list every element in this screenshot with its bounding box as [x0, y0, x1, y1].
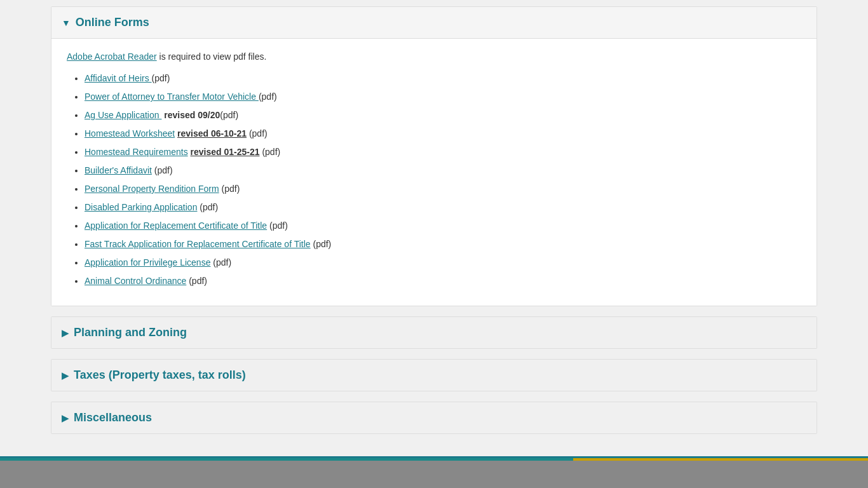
- privilege-license-suffix: (pdf): [210, 257, 231, 268]
- ag-use-revised: revised 09/20: [164, 110, 220, 120]
- taxes-arrow: ▶: [62, 370, 69, 381]
- planning-zoning-header[interactable]: ▶ Planning and Zoning: [51, 317, 817, 348]
- miscellaneous-section: ▶ Miscellaneous: [51, 402, 817, 434]
- list-item: Application for Replacement Certificate …: [85, 219, 801, 233]
- homestead-requirements-suffix: (pdf): [262, 147, 280, 157]
- fast-track-suffix: (pdf): [311, 239, 332, 249]
- list-item: Affidavit of Heirs (pdf): [85, 72, 801, 85]
- list-item: Personal Property Rendition Form (pdf): [85, 182, 801, 196]
- homestead-worksheet-link[interactable]: Homestead Worksheet: [85, 128, 175, 139]
- list-item: Power of Attorney to Transfer Motor Vehi…: [85, 90, 801, 104]
- disabled-parking-suffix: (pdf): [197, 202, 218, 212]
- footer-color-bar: [0, 458, 868, 461]
- forms-list: Affidavit of Heirs (pdf) Power of Attorn…: [67, 72, 801, 288]
- footer-bar: [0, 456, 868, 488]
- online-forms-header[interactable]: ▼ Online Forms: [51, 7, 817, 39]
- ag-use-suffix: (pdf): [220, 110, 238, 120]
- privilege-license-link[interactable]: Application for Privilege License: [85, 257, 210, 268]
- affidavit-heirs-link[interactable]: Affidavit of Heirs: [85, 73, 152, 83]
- ag-use-link[interactable]: Ag Use Application: [85, 110, 161, 120]
- power-attorney-link[interactable]: Power of Attorney to Transfer Motor Vehi…: [85, 92, 259, 102]
- homestead-worksheet-revised: revised 06-10-21: [177, 128, 247, 139]
- homestead-requirements-link[interactable]: Homestead Requirements: [85, 147, 188, 157]
- homestead-worksheet-suffix: (pdf): [249, 128, 268, 139]
- planning-zoning-arrow: ▶: [62, 328, 69, 338]
- replacement-cert-link[interactable]: Application for Replacement Certificate …: [85, 220, 267, 231]
- miscellaneous-arrow: ▶: [62, 413, 69, 423]
- page-wrapper: ▼ Online Forms Adobe Acrobat Reader is r…: [0, 0, 868, 488]
- content-area: ▼ Online Forms Adobe Acrobat Reader is r…: [51, 0, 817, 434]
- personal-property-link[interactable]: Personal Property Rendition Form: [85, 184, 219, 194]
- list-item: Ag Use Application revised 09/20(pdf): [85, 109, 801, 122]
- replacement-cert-suffix: (pdf): [267, 220, 288, 231]
- builders-affidavit-link[interactable]: Builder's Affidavit: [85, 165, 152, 175]
- miscellaneous-title: Miscellaneous: [74, 411, 152, 424]
- fast-track-link[interactable]: Fast Track Application for Replacement C…: [85, 239, 311, 249]
- homestead-requirements-revised: revised 01-25-21: [191, 147, 260, 157]
- online-forms-body: Adobe Acrobat Reader is required to view…: [51, 39, 817, 306]
- list-item: Application for Privilege License (pdf): [85, 256, 801, 269]
- animal-control-suffix: (pdf): [186, 276, 207, 286]
- affidavit-heirs-suffix: (pdf): [152, 73, 170, 83]
- power-attorney-suffix: (pdf): [259, 92, 277, 102]
- taxes-header[interactable]: ▶ Taxes (Property taxes, tax rolls): [51, 360, 817, 391]
- online-forms-arrow: ▼: [62, 18, 71, 28]
- planning-zoning-section: ▶ Planning and Zoning: [51, 316, 817, 349]
- disabled-parking-link[interactable]: Disabled Parking Application: [85, 202, 197, 212]
- personal-property-suffix: (pdf): [219, 184, 240, 194]
- adobe-notice-text: is required to view pdf files.: [157, 51, 267, 62]
- list-item: Disabled Parking Application (pdf): [85, 201, 801, 214]
- adobe-acrobat-link[interactable]: Adobe Acrobat Reader: [67, 51, 157, 62]
- planning-zoning-title: Planning and Zoning: [74, 326, 187, 339]
- list-item: Homestead Worksheet revised 06-10-21 (pd…: [85, 127, 801, 140]
- list-item: Builder's Affidavit (pdf): [85, 164, 801, 177]
- online-forms-title: Online Forms: [76, 16, 149, 29]
- adobe-notice: Adobe Acrobat Reader is required to view…: [67, 51, 801, 62]
- taxes-title: Taxes (Property taxes, tax rolls): [74, 369, 246, 382]
- builders-affidavit-suffix: (pdf): [152, 165, 173, 175]
- list-item: Fast Track Application for Replacement C…: [85, 238, 801, 251]
- online-forms-section: ▼ Online Forms Adobe Acrobat Reader is r…: [51, 6, 817, 306]
- list-item: Animal Control Ordinance (pdf): [85, 274, 801, 288]
- list-item: Homestead Requirements revised 01-25-21 …: [85, 146, 801, 159]
- taxes-section: ▶ Taxes (Property taxes, tax rolls): [51, 359, 817, 391]
- animal-control-link[interactable]: Animal Control Ordinance: [85, 276, 186, 286]
- miscellaneous-header[interactable]: ▶ Miscellaneous: [51, 402, 817, 433]
